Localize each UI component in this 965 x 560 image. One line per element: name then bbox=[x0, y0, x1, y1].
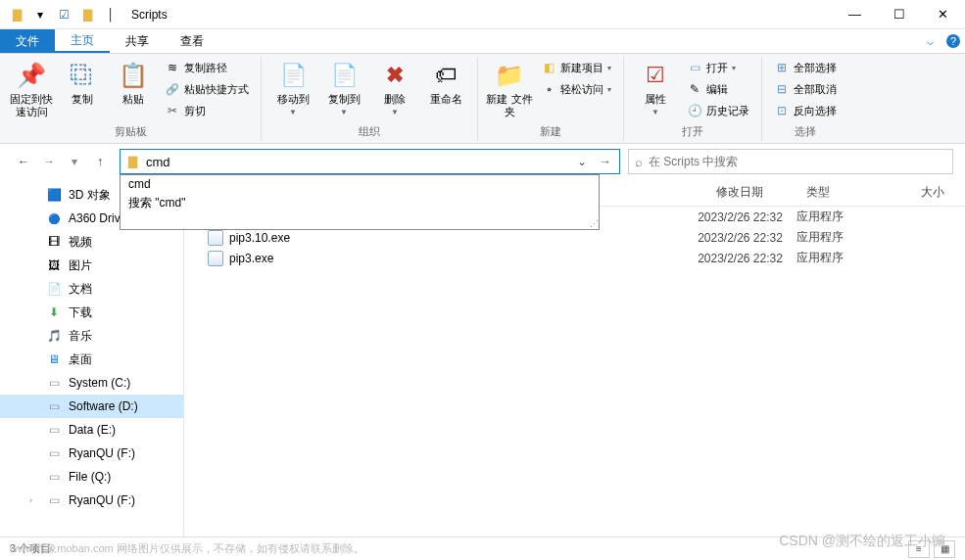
sidebar-item-icon bbox=[45, 421, 63, 439]
title-bar: ▇ ▾ ☑ ▇ │ Scripts — ☐ ✕ bbox=[0, 0, 965, 29]
recent-locations-button[interactable]: ▾ bbox=[63, 150, 86, 173]
rename-button[interactable]: 重命名 bbox=[422, 56, 469, 106]
minimize-button[interactable]: — bbox=[833, 0, 877, 29]
up-button[interactable]: ↑ bbox=[88, 150, 112, 173]
sidebar-item-label: Software (D:) bbox=[69, 399, 138, 413]
sidebar-item[interactable]: 视频 bbox=[0, 230, 183, 254]
exe-file-icon bbox=[208, 230, 223, 246]
sidebar-item[interactable]: Software (D:) bbox=[0, 395, 183, 418]
sidebar-item-icon bbox=[45, 186, 63, 204]
qat-dropdown-icon[interactable]: ▾ bbox=[29, 4, 51, 25]
sidebar-item-icon bbox=[45, 397, 63, 415]
properties-button[interactable]: 属性▼ bbox=[632, 56, 679, 117]
sidebar-item-icon bbox=[45, 350, 63, 368]
close-button[interactable]: ✕ bbox=[921, 0, 965, 29]
sidebar-item[interactable]: 桌面 bbox=[0, 348, 183, 371]
paste-button[interactable]: 粘贴 bbox=[110, 56, 157, 106]
sidebar-item[interactable]: 音乐 bbox=[0, 324, 183, 348]
easy-access-button[interactable]: 轻松访问 ▾ bbox=[537, 79, 615, 99]
group-open-label: 打开 bbox=[632, 122, 753, 141]
tab-home[interactable]: 主页 bbox=[55, 29, 110, 53]
app-folder-icon: ▇ bbox=[6, 4, 27, 25]
pin-to-quick-access-button[interactable]: 固定到快 速访问 bbox=[8, 56, 55, 118]
copy-button[interactable]: 复制 bbox=[59, 56, 106, 106]
sidebar-item-label: 图片 bbox=[69, 257, 92, 274]
address-bar[interactable]: ▇ ⌄ → cmd 搜索 "cmd" ⋰ bbox=[120, 149, 620, 174]
file-type: 应用程序 bbox=[796, 250, 885, 266]
history-button[interactable]: 历史记录 bbox=[683, 101, 753, 120]
tab-view[interactable]: 查看 bbox=[165, 29, 219, 53]
navigation-bar: ← → ▾ ↑ ▇ ⌄ → cmd 搜索 "cmd" ⋰ ⌕ 在 Scripts… bbox=[0, 144, 965, 179]
delete-button[interactable]: 删除▼ bbox=[371, 56, 418, 117]
file-list-pane[interactable]: 名称 修改日期 类型 大小 pip.exe2023/2/26 22:32应用程序… bbox=[184, 179, 965, 537]
select-none-button[interactable]: 全部取消 bbox=[770, 79, 841, 99]
address-input[interactable] bbox=[142, 155, 570, 169]
address-dropdown-button[interactable]: ⌄ bbox=[570, 150, 594, 173]
ribbon-tabs: 文件 主页 共享 查看 ⌵ ? bbox=[0, 29, 965, 54]
tab-share[interactable]: 共享 bbox=[110, 29, 165, 53]
sidebar-item-label: 视频 bbox=[69, 234, 92, 251]
cut-button[interactable]: 剪切 bbox=[161, 101, 253, 120]
sidebar-item[interactable]: 文档 bbox=[0, 277, 183, 301]
search-box[interactable]: ⌕ 在 Scripts 中搜索 bbox=[628, 149, 953, 174]
new-folder-button[interactable]: 新建 文件夹 bbox=[486, 56, 533, 118]
watermark-left: www.对象moban.com 网络图片仅供展示，不存储，如有侵权请联系删除。 bbox=[10, 541, 364, 556]
move-to-button[interactable]: 移动到▼ bbox=[269, 56, 316, 117]
exe-file-icon bbox=[208, 251, 223, 266]
copy-path-button[interactable]: 复制路径 bbox=[161, 58, 253, 77]
navigation-pane[interactable]: 3D 对象A360 Drive视频图片文档下载音乐桌面System (C:)So… bbox=[0, 179, 184, 537]
group-clipboard-label: 剪贴板 bbox=[8, 122, 253, 141]
qat-overflow-icon[interactable]: │ bbox=[100, 4, 121, 25]
sidebar-item-icon bbox=[45, 444, 63, 462]
sidebar-item-label: 3D 对象 bbox=[69, 187, 111, 204]
suggestion-resize-grip[interactable]: ⋰ bbox=[586, 216, 600, 230]
sidebar-item[interactable]: 下载 bbox=[0, 301, 183, 324]
sidebar-item-label: A360 Drive bbox=[69, 211, 126, 225]
paste-shortcut-button[interactable]: 粘贴快捷方式 bbox=[161, 79, 253, 99]
back-button[interactable]: ← bbox=[12, 150, 35, 173]
sidebar-item-icon bbox=[45, 257, 63, 274]
sidebar-item-label: 音乐 bbox=[69, 328, 92, 345]
sidebar-item-label: RyanQU (F:) bbox=[69, 493, 135, 507]
sidebar-item[interactable]: ›RyanQU (F:) bbox=[0, 489, 183, 512]
copy-to-button[interactable]: 复制到▼ bbox=[320, 56, 367, 117]
sidebar-item-label: 下载 bbox=[69, 304, 92, 321]
help-button[interactable]: ? bbox=[941, 29, 965, 53]
forward-button[interactable]: → bbox=[37, 150, 61, 173]
edit-button[interactable]: 编辑 bbox=[683, 79, 753, 99]
open-button[interactable]: 打开 ▾ bbox=[683, 58, 753, 77]
sidebar-item-label: Data (E:) bbox=[69, 423, 116, 437]
sidebar-item[interactable]: System (C:) bbox=[0, 371, 183, 395]
file-row[interactable]: pip3.exe2023/2/26 22:32应用程序 bbox=[184, 248, 965, 268]
collapse-ribbon-button[interactable]: ⌵ bbox=[918, 29, 941, 53]
suggestion-option[interactable]: 搜索 "cmd" bbox=[121, 193, 599, 213]
window-title: Scripts bbox=[127, 8, 168, 22]
sidebar-item-label: 桌面 bbox=[69, 351, 92, 368]
suggestion-option[interactable]: cmd bbox=[121, 175, 599, 193]
tab-file[interactable]: 文件 bbox=[0, 29, 55, 53]
sidebar-item[interactable]: Data (E:) bbox=[0, 418, 183, 442]
file-name: pip3.exe bbox=[229, 252, 273, 265]
sidebar-item[interactable]: RyanQU (F:) bbox=[0, 442, 183, 465]
sidebar-item-label: RyanQU (F:) bbox=[69, 446, 135, 460]
file-name: pip3.10.exe bbox=[229, 231, 290, 245]
file-row[interactable]: pip3.10.exe2023/2/26 22:32应用程序 bbox=[184, 227, 965, 248]
group-new: 新建 文件夹 新建项目 ▾ 轻松访问 ▾ 新建 bbox=[478, 56, 624, 141]
new-item-button[interactable]: 新建项目 ▾ bbox=[537, 58, 615, 77]
maximize-button[interactable]: ☐ bbox=[877, 0, 921, 29]
column-size[interactable]: 大小 bbox=[885, 179, 965, 206]
column-type[interactable]: 类型 bbox=[796, 179, 885, 206]
group-clipboard: 固定到快 速访问 复制 粘贴 复制路径 粘贴快捷方式 剪切 剪贴板 bbox=[0, 56, 262, 141]
sidebar-item[interactable]: 图片 bbox=[0, 254, 183, 277]
sidebar-item-icon bbox=[45, 327, 63, 345]
file-type: 应用程序 bbox=[796, 229, 885, 246]
refresh-button[interactable]: → bbox=[594, 150, 617, 173]
select-all-button[interactable]: 全部选择 bbox=[770, 58, 841, 77]
column-date[interactable]: 修改日期 bbox=[684, 179, 796, 206]
qat-properties-icon[interactable]: ☑ bbox=[53, 4, 74, 25]
sidebar-item[interactable]: File (Q:) bbox=[0, 465, 183, 489]
qat-folder-icon[interactable]: ▇ bbox=[76, 4, 98, 25]
sidebar-item-label: 文档 bbox=[69, 281, 92, 298]
search-placeholder: 在 Scripts 中搜索 bbox=[649, 154, 738, 170]
invert-selection-button[interactable]: 反向选择 bbox=[770, 101, 841, 120]
